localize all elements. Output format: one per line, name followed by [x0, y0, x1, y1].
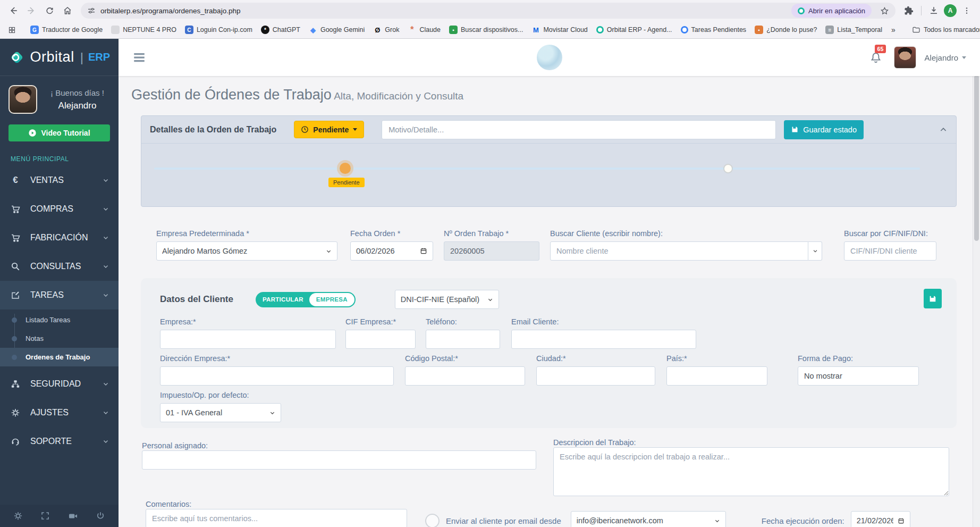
tareas-pendientes-icon — [681, 26, 688, 34]
sidebar-item-seguridad[interactable]: SEGURIDAD — [0, 370, 119, 398]
user-avatar[interactable] — [9, 85, 37, 114]
empresa-predeterminada-select[interactable]: Alejandro Martos Gómez — [156, 241, 337, 261]
doc-type-select[interactable]: DNI-CIF-NIE (Español) — [395, 290, 499, 309]
login-icon: C — [185, 26, 193, 34]
telefono-input[interactable] — [426, 330, 500, 349]
topbar-avatar[interactable] — [894, 46, 916, 69]
empresa-label: Empresa:* — [160, 317, 336, 326]
email-from-select[interactable]: info@ibericanetwork.com — [571, 511, 726, 527]
bookmark-item[interactable]: *Claude — [404, 24, 444, 36]
status-slider-handle[interactable] — [340, 163, 351, 174]
bookmark-item[interactable]: ▪Buscar dispositivos... — [445, 24, 527, 36]
impuesto-select[interactable]: 01 - IVA General — [160, 403, 281, 422]
chevron-down-icon — [103, 292, 109, 298]
calendar-icon — [420, 247, 427, 255]
fecha-ejecucion-input[interactable]: 21/02/2026 — [851, 511, 910, 527]
scrollbar-thumb[interactable] — [974, 75, 979, 241]
empresa-input[interactable] — [160, 330, 336, 349]
status-slider-track[interactable] — [154, 168, 920, 170]
orbital-logo-icon — [9, 47, 26, 68]
forma-pago-input[interactable] — [798, 366, 919, 386]
browser-menu-icon[interactable] — [959, 3, 975, 19]
direccion-input[interactable] — [160, 366, 394, 386]
settings-icon[interactable] — [13, 511, 23, 521]
email-cliente-input[interactable] — [511, 330, 696, 349]
video-tutorial-button[interactable]: Video Tutorial — [9, 124, 110, 141]
buscar-cliente-input[interactable] — [550, 241, 808, 261]
bookmark-item[interactable]: MMovistar Cloud — [528, 24, 591, 36]
status-marker-label: Pendiente — [328, 178, 365, 187]
chevron-down-icon — [103, 381, 109, 387]
pais-input[interactable] — [666, 366, 767, 386]
descripcion-label: Descripcion del Trabajo: — [553, 438, 636, 447]
page-scrollbar[interactable] — [973, 39, 980, 527]
site-info-icon[interactable] — [87, 6, 96, 15]
buscar-cif-input[interactable] — [844, 241, 936, 261]
comentarios-label: Comentarios: — [146, 500, 191, 508]
bookmark-item[interactable]: Orbital ERP - Agend... — [593, 24, 676, 35]
camera-icon[interactable] — [68, 511, 78, 521]
all-bookmarks-button[interactable]: Todos los marcadores — [908, 24, 980, 36]
sidebar-item-fabricacion[interactable]: FABRICACIÓN — [0, 223, 119, 252]
hamburger-menu-icon[interactable] — [132, 51, 146, 64]
comentarios-input[interactable] — [146, 509, 407, 527]
bookmark-item[interactable]: ◆Google Gemini — [305, 24, 368, 36]
browser-toolbar: orbitalerp.es/programa/ordenes_trabajo.p… — [0, 0, 980, 21]
sidebar-subitem-notas[interactable]: Notas — [0, 329, 119, 348]
brand-name: Orbital — [30, 49, 74, 65]
sidebar-item-compras[interactable]: COMPRAS — [0, 195, 119, 223]
sidebar-item-ajustes[interactable]: AJUSTES — [0, 398, 119, 427]
bookmark-item[interactable]: ≡Lista_Temporal — [822, 24, 886, 36]
address-bar[interactable]: orbitalerp.es/programa/ordenes_trabajo.p… — [81, 3, 895, 19]
notifications-bell-icon[interactable]: 65 — [869, 51, 882, 64]
reload-icon[interactable] — [41, 3, 57, 19]
sidebar-subitem-listado-tareas[interactable]: Listado Tareas — [0, 311, 119, 329]
motivo-input[interactable] — [382, 120, 776, 139]
bookmarks-overflow-chevron[interactable]: » — [887, 26, 900, 34]
sidebar-item-soporte[interactable]: SOPORTE — [0, 427, 119, 456]
fullscreen-icon[interactable] — [40, 511, 50, 521]
sidebar-item-consultas[interactable]: CONSULTAS — [0, 252, 119, 281]
url-text[interactable]: orbitalerp.es/programa/ordenes_trabajo.p… — [100, 7, 787, 15]
sidebar-subitem-ordenes-de-trabajo[interactable]: Ordenes de Trabajo — [0, 348, 119, 366]
toggle-empresa[interactable]: EMPRESA — [309, 293, 354, 306]
client-save-button[interactable] — [924, 289, 942, 308]
cliente-select[interactable] — [808, 241, 822, 261]
browser-profile-avatar[interactable]: A — [944, 4, 957, 17]
topbar-user-menu[interactable]: Alejandro — [925, 53, 966, 62]
extensions-icon[interactable] — [901, 3, 917, 19]
bookmark-item[interactable]: *ChatGPT — [257, 24, 304, 36]
save-state-button[interactable]: Guardar estado — [784, 120, 864, 139]
cart-icon — [10, 204, 21, 214]
downloads-icon[interactable] — [926, 3, 942, 19]
client-type-toggle[interactable]: PARTICULAR EMPRESA — [256, 292, 356, 307]
power-icon[interactable] — [96, 511, 105, 521]
email-toggle-switch[interactable] — [425, 514, 440, 527]
collapse-panel-icon[interactable] — [939, 126, 948, 134]
fecha-orden-input[interactable]: 06/02/2026 — [350, 241, 433, 261]
cif-empresa-input[interactable] — [345, 330, 416, 349]
bookmark-item[interactable]: CLoguin Con-ip.com — [181, 24, 256, 36]
bookmark-item[interactable]: ▪¿Donde lo puse? — [751, 24, 821, 36]
bookmark-item[interactable]: GTraductor de Google — [27, 24, 106, 36]
ciudad-input[interactable] — [536, 366, 655, 386]
status-dropdown-button[interactable]: Pendiente — [294, 121, 364, 138]
app-logo[interactable]: Orbital | ERP — [0, 39, 119, 76]
search-icon — [10, 262, 21, 271]
sidebar-item-tareas[interactable]: TAREAS — [0, 281, 119, 309]
open-in-app-chip[interactable]: Abrir en aplicación — [791, 4, 872, 18]
bookmark-star-icon[interactable] — [876, 3, 892, 19]
personal-asignado-input[interactable] — [142, 450, 536, 470]
codigo-postal-input[interactable] — [405, 366, 525, 386]
back-icon[interactable] — [5, 3, 21, 19]
bookmark-item[interactable]: NEPTUNE 4 PRO — [107, 24, 180, 36]
bookmark-item[interactable]: ØGrok — [369, 24, 403, 36]
descripcion-textarea[interactable] — [553, 447, 949, 496]
apps-grid-icon[interactable] — [5, 23, 18, 36]
toggle-particular[interactable]: PARTICULAR — [257, 296, 309, 303]
bookmark-item[interactable]: Tareas Pendientes — [677, 24, 750, 35]
forward-icon[interactable] — [23, 3, 39, 19]
sidebar-item-ventas[interactable]: € VENTAS — [0, 166, 119, 195]
status-slider-step[interactable] — [724, 165, 732, 172]
home-icon[interactable] — [60, 3, 75, 19]
